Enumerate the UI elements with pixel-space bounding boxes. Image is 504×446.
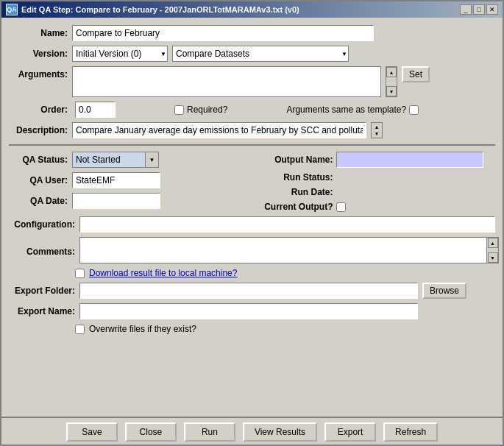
- qa-status-dropdown-btn[interactable]: ▼: [146, 152, 159, 168]
- comments-wrapper: ▲ ▼: [79, 237, 499, 263]
- args-same-checkbox[interactable]: [409, 105, 419, 115]
- qa-date-label: QA Date:: [9, 196, 68, 206]
- run-date-label: Run Date:: [260, 187, 333, 197]
- version-select[interactable]: Initial Version (0): [72, 46, 168, 62]
- current-output-row: Current Output?: [260, 202, 496, 212]
- arguments-scrollbar: ▲ ▼: [386, 66, 397, 97]
- qa-user-label: QA User:: [9, 175, 68, 185]
- output-name-input[interactable]: [336, 152, 483, 168]
- export-button[interactable]: Export: [324, 422, 376, 442]
- compare-dropdown-wrapper: Compare Datasets ▼: [172, 46, 349, 62]
- configuration-label: Configuration:: [9, 219, 75, 230]
- arguments-label: Arguments:: [9, 66, 68, 79]
- bottom-buttons: Save Close Run View Results Export Refre…: [1, 417, 503, 445]
- comments-scroll-down[interactable]: ▼: [488, 252, 498, 263]
- qa-section: QA Status: Not Started Passed Failed ▼ Q…: [9, 152, 495, 212]
- title-buttons: _ □ ✕: [460, 4, 498, 15]
- overwrite-checkbox[interactable]: [75, 325, 85, 334]
- arguments-row: Arguments: ▲ ▼ Set: [9, 66, 495, 97]
- current-output-label: Current Output?: [260, 202, 333, 212]
- compare-select[interactable]: Compare Datasets: [172, 46, 349, 62]
- description-input[interactable]: [72, 122, 366, 138]
- main-window: QA Edit QA Step: Compare to February - 2…: [0, 0, 504, 446]
- qa-date-row: QA Date:: [9, 193, 245, 209]
- overwrite-label: Overwrite files if they exist?: [89, 324, 196, 334]
- required-group: Required?: [174, 105, 227, 115]
- current-output-checkbox[interactable]: [336, 202, 346, 212]
- comments-scroll-up[interactable]: ▲: [488, 238, 498, 248]
- export-folder-input[interactable]: [79, 283, 418, 299]
- run-status-label: Run Status:: [260, 172, 333, 183]
- qa-user-input[interactable]: [72, 172, 160, 188]
- name-label: Name:: [9, 28, 68, 38]
- qa-status-label: QA Status:: [9, 155, 68, 165]
- comments-textarea[interactable]: [79, 237, 487, 263]
- args-same-group: Arguments same as template?: [286, 105, 419, 115]
- scroll-down-btn[interactable]: ▼: [386, 86, 397, 96]
- window-icon: QA: [6, 4, 18, 15]
- content-area: Name: Version: Initial Version (0) ▼ Com…: [1, 18, 503, 417]
- scroll-up-btn[interactable]: ▲: [386, 67, 397, 77]
- export-name-input[interactable]: [79, 303, 418, 319]
- right-column: Output Name: Run Status: Run Date: Curre…: [260, 152, 496, 212]
- qa-status-row: QA Status: Not Started Passed Failed ▼: [9, 152, 245, 168]
- required-label: Required?: [187, 105, 227, 115]
- name-row: Name:: [9, 25, 495, 41]
- version-label: Version:: [9, 49, 68, 59]
- order-label: Order:: [9, 105, 68, 115]
- version-dropdown-wrapper: Initial Version (0) ▼: [72, 46, 168, 62]
- export-folder-label: Export Folder:: [9, 286, 75, 296]
- run-date-row: Run Date:: [260, 187, 496, 197]
- download-label: Download result file to local machine?: [89, 268, 237, 278]
- close-button[interactable]: ✕: [486, 4, 498, 15]
- args-same-label: Arguments same as template?: [286, 105, 406, 115]
- output-name-label: Output Name:: [260, 155, 333, 165]
- title-bar: QA Edit QA Step: Compare to February - 2…: [1, 1, 503, 18]
- configuration-row: Configuration:: [9, 216, 495, 233]
- download-row: Download result file to local machine?: [9, 268, 495, 278]
- comments-row: Comments: ▲ ▼: [9, 237, 495, 263]
- minimize-button[interactable]: _: [460, 4, 472, 15]
- description-label: Description:: [9, 125, 68, 135]
- version-row: Version: Initial Version (0) ▼ Compare D…: [9, 46, 495, 62]
- configuration-input[interactable]: [79, 216, 495, 233]
- left-column: QA Status: Not Started Passed Failed ▼ Q…: [9, 152, 245, 212]
- required-checkbox[interactable]: [174, 105, 184, 115]
- qa-date-input[interactable]: [72, 193, 160, 209]
- order-input[interactable]: [75, 102, 116, 118]
- divider: [9, 144, 495, 146]
- run-button[interactable]: Run: [184, 422, 235, 442]
- window-title: Edit QA Step: Compare to February - 2007…: [21, 5, 299, 14]
- arguments-textarea[interactable]: [72, 66, 381, 97]
- restore-button[interactable]: □: [473, 4, 485, 15]
- description-row: Description: ▲ ▼: [9, 122, 495, 138]
- refresh-button[interactable]: Refresh: [383, 422, 438, 442]
- run-status-row: Run Status:: [260, 172, 496, 183]
- browse-button[interactable]: Browse: [422, 283, 466, 299]
- qa-status-select[interactable]: Not Started Passed Failed: [72, 152, 146, 168]
- qa-status-wrapper: Not Started Passed Failed ▼: [72, 152, 159, 168]
- comments-label: Comments:: [9, 244, 75, 257]
- order-row: Order: Required? Arguments same as templ…: [9, 102, 495, 118]
- export-folder-row: Export Folder: Browse: [9, 283, 495, 299]
- name-input[interactable]: [72, 25, 374, 41]
- desc-scroll-btn[interactable]: ▲ ▼: [371, 122, 383, 138]
- export-name-row: Export Name:: [9, 303, 495, 319]
- comments-scrollbar: ▲ ▼: [487, 237, 499, 263]
- close-button-bottom[interactable]: Close: [125, 422, 177, 442]
- overwrite-row: Overwrite files if they exist?: [9, 324, 495, 334]
- download-checkbox[interactable]: [75, 269, 85, 278]
- qa-user-row: QA User:: [9, 172, 245, 188]
- output-name-row: Output Name:: [260, 152, 496, 168]
- save-button[interactable]: Save: [66, 422, 118, 442]
- title-bar-left: QA Edit QA Step: Compare to February - 2…: [6, 4, 299, 15]
- export-name-label: Export Name:: [9, 306, 75, 316]
- set-button[interactable]: Set: [402, 66, 430, 82]
- view-results-button[interactable]: View Results: [243, 422, 317, 442]
